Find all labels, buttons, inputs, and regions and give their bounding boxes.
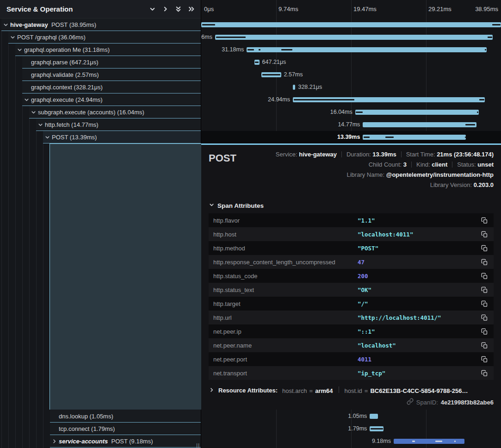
equals-sign: = bbox=[309, 387, 313, 394]
span-bar[interactable] bbox=[394, 439, 464, 444]
link-icon[interactable] bbox=[407, 398, 414, 406]
span-label: graphql.operation Me (31.18ms) bbox=[24, 46, 110, 53]
child-span-marker bbox=[465, 124, 476, 125]
span-meta-line: Service: hive-gatewayDuration: 13.39msSt… bbox=[236, 149, 494, 160]
span-duration-label: 36.06ms bbox=[201, 31, 212, 44]
panel-resize-handle[interactable]: || bbox=[196, 442, 200, 448]
copy-icon[interactable] bbox=[481, 286, 488, 293]
copy-icon[interactable] bbox=[481, 230, 488, 238]
span-tree-row[interactable]: http.fetch (14.77ms) bbox=[36, 118, 201, 131]
chevron-down-icon[interactable] bbox=[37, 122, 43, 128]
copy-icon[interactable] bbox=[481, 369, 488, 377]
child-span-marker bbox=[371, 428, 383, 429]
chevron-down-icon[interactable] bbox=[44, 134, 50, 140]
meta-value: 0.203.0 bbox=[474, 181, 494, 188]
copy-icon[interactable] bbox=[481, 258, 488, 266]
span-attributes-section-toggle[interactable]: Span Attributes bbox=[209, 201, 494, 210]
tree-header-title: Service & Operation bbox=[6, 5, 145, 13]
span-bar[interactable] bbox=[370, 414, 377, 419]
span-detail-panel: POST Service: hive-gatewayDuration: 13.3… bbox=[201, 143, 501, 410]
span-tree-row[interactable]: dns.lookup (1.05ms) bbox=[50, 410, 201, 423]
attribute-row: net.transport"ip_tcp" bbox=[209, 366, 494, 380]
chevron-down-icon bbox=[209, 201, 215, 210]
span-id-row: SpanID: 4e21998f3b82abe6 bbox=[209, 398, 494, 406]
copy-icon[interactable] bbox=[481, 328, 488, 335]
trace-viewer: Service & Operation || hive-gateway POST… bbox=[0, 0, 501, 448]
timeline-row: 647.21μs bbox=[201, 56, 501, 68]
attribute-key: net.peer.port bbox=[209, 356, 358, 363]
resource-attributes-row[interactable]: Resource Attributes: host.arch=arm64host… bbox=[209, 386, 494, 394]
span-bar[interactable] bbox=[293, 85, 295, 90]
timeline-bottom-zone: 1.05ms1.79ms9.18ms bbox=[201, 410, 501, 448]
span-id-label: SpanID: bbox=[416, 399, 438, 406]
span-bar[interactable] bbox=[363, 135, 466, 140]
meta-value: 13.39ms bbox=[372, 151, 396, 158]
span-label: graphql.parse (647.21μs) bbox=[31, 59, 99, 66]
attribute-row: http.host"localhost:4011" bbox=[209, 227, 494, 241]
meta-divider bbox=[401, 151, 402, 157]
copy-icon[interactable] bbox=[481, 300, 488, 307]
span-duration-label: 31.18ms bbox=[222, 44, 244, 56]
resource-attributes-title: Resource Attributes: bbox=[218, 387, 278, 394]
meta-label: Library Version: bbox=[430, 181, 474, 188]
span-tree-row[interactable]: graphql.parse (647.21μs) bbox=[22, 56, 201, 68]
span-bar[interactable] bbox=[201, 22, 501, 27]
meta-label: Duration: bbox=[346, 151, 372, 158]
timeline-tick: 0μs bbox=[204, 0, 214, 19]
span-tree-row[interactable]: hive-gateway POST (38.95ms) bbox=[1, 19, 201, 31]
span-meta-line: Child Count: 3Kind: clientStatus: unset bbox=[236, 160, 494, 170]
span-tree-row[interactable]: subgraph.execute (accounts) (16.04ms) bbox=[29, 106, 201, 118]
equals-sign: = bbox=[365, 387, 368, 394]
chevron-down-icon[interactable] bbox=[30, 109, 37, 115]
child-span-marker bbox=[216, 37, 246, 38]
service-name: hive-gateway bbox=[10, 21, 48, 28]
meta-value: client bbox=[432, 161, 447, 168]
meta-value: @opentelemetry/instrumentation-http bbox=[386, 171, 494, 178]
service-name: service-accounts bbox=[59, 438, 108, 445]
span-tree-row[interactable]: POST (13.39ms) bbox=[43, 131, 201, 143]
span-tree-row[interactable]: POST /graphql (36.06ms) bbox=[8, 31, 201, 44]
span-tree-row[interactable]: graphql.context (328.21μs) bbox=[22, 81, 201, 93]
selected-span-detail-spacer bbox=[49, 143, 201, 410]
meta-label: Service: bbox=[276, 151, 299, 158]
span-bar[interactable] bbox=[355, 110, 479, 115]
resource-key: host.arch bbox=[282, 387, 307, 394]
span-tree-row[interactable]: graphql.validate (2.57ms) bbox=[22, 68, 201, 81]
child-span-marker bbox=[492, 24, 501, 25]
span-tree-row[interactable]: service-accounts POST (9.18ms) bbox=[50, 435, 201, 448]
span-label: dns.lookup (1.05ms) bbox=[59, 413, 113, 420]
collapse-all-icon[interactable] bbox=[172, 3, 184, 15]
span-bar[interactable] bbox=[215, 35, 493, 40]
copy-icon[interactable] bbox=[481, 272, 488, 280]
expand-one-icon[interactable] bbox=[159, 3, 171, 15]
copy-icon[interactable] bbox=[481, 355, 488, 363]
chevron-down-icon[interactable] bbox=[2, 22, 9, 28]
attribute-row: net.peer.port4011 bbox=[209, 352, 494, 366]
copy-icon[interactable] bbox=[481, 314, 488, 321]
meta-divider bbox=[411, 162, 412, 168]
chevron-down-icon[interactable] bbox=[23, 97, 30, 103]
attribute-row: net.peer.ip"::1" bbox=[209, 324, 494, 338]
attribute-key: net.peer.ip bbox=[209, 328, 358, 335]
copy-icon[interactable] bbox=[481, 244, 488, 252]
span-duration-label: 9.18ms bbox=[372, 435, 391, 448]
attribute-key: http.url bbox=[209, 314, 358, 321]
child-span-marker bbox=[262, 74, 280, 75]
span-bar[interactable] bbox=[363, 122, 476, 127]
child-span-marker bbox=[259, 49, 260, 50]
copy-icon[interactable] bbox=[481, 217, 488, 224]
span-tree-row[interactable]: graphql.operation Me (31.18ms) bbox=[15, 44, 201, 56]
chevron-right-icon[interactable] bbox=[51, 438, 57, 444]
chevron-down-icon[interactable] bbox=[16, 47, 23, 53]
meta-value: 3 bbox=[403, 161, 407, 168]
collapse-one-icon[interactable] bbox=[146, 3, 158, 15]
span-duration-label: 24.94ms bbox=[268, 93, 290, 106]
span-tree-row[interactable]: graphql.execute (24.94ms) bbox=[22, 93, 201, 106]
span-tree-row[interactable]: tcp.connect (1.79ms) bbox=[50, 423, 201, 435]
chevron-down-icon[interactable] bbox=[9, 34, 16, 40]
meta-divider bbox=[341, 151, 342, 157]
attribute-row: http.url"http://localhost:4011/" bbox=[209, 311, 494, 324]
copy-icon[interactable] bbox=[481, 342, 488, 349]
resource-value: arm64 bbox=[315, 387, 333, 394]
expand-all-icon[interactable] bbox=[185, 3, 197, 15]
